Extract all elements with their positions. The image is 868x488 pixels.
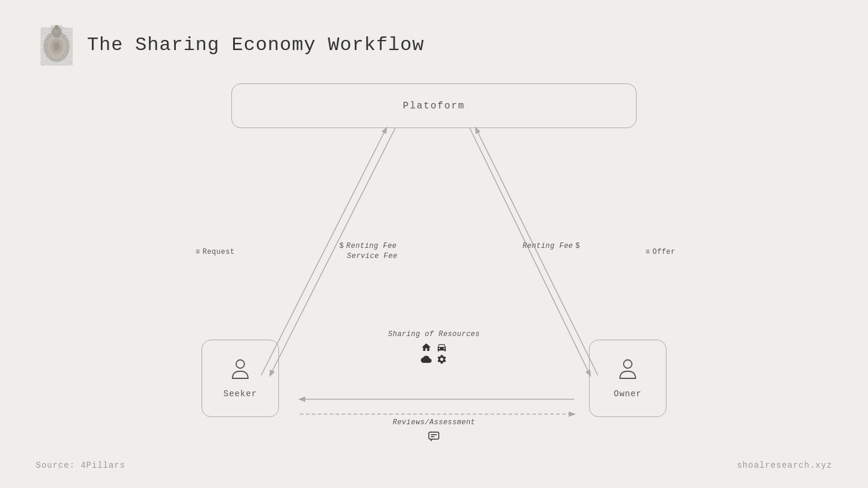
svg-point-6 <box>55 25 58 30</box>
reviews-label: Reviews/Assessment <box>393 417 476 442</box>
owner-box: Owner <box>589 340 666 417</box>
footer-website: shoalresearch.xyz <box>737 461 832 470</box>
platform-box: Platoform <box>231 83 637 128</box>
svg-point-15 <box>624 360 632 368</box>
svg-line-10 <box>470 128 590 375</box>
sharing-icons-row2 <box>388 354 480 365</box>
svg-point-3 <box>54 42 60 51</box>
reviews-icon <box>393 430 476 442</box>
seeker-box: Seeker <box>202 340 279 417</box>
svg-line-9 <box>476 128 598 375</box>
owner-label: Owner <box>613 389 641 399</box>
svg-point-13 <box>236 360 244 368</box>
logo-icon <box>36 24 78 66</box>
seeker-label: Seeker <box>224 389 257 399</box>
offer-label: ≡Offer <box>646 247 675 257</box>
renting-fee-left-label: $Renting Fee Service Fee <box>339 241 398 262</box>
diagram-container: Platoform Seeker Owner ≡Request <box>202 83 666 453</box>
request-label: ≡Request <box>196 247 235 257</box>
sharing-icons-row1 <box>388 342 480 353</box>
page-title: The Sharing Economy Workflow <box>87 34 424 56</box>
footer-source: Source: 4Pillars <box>36 461 125 470</box>
seeker-icon <box>231 358 250 384</box>
sharing-resources-label: Sharing of Resources <box>388 329 480 365</box>
renting-fee-right-label: Renting Fee$ <box>523 241 580 251</box>
platform-label: Platoform <box>403 101 465 111</box>
svg-rect-17 <box>429 432 439 439</box>
header: The Sharing Economy Workflow <box>36 24 424 66</box>
owner-icon <box>618 358 637 384</box>
